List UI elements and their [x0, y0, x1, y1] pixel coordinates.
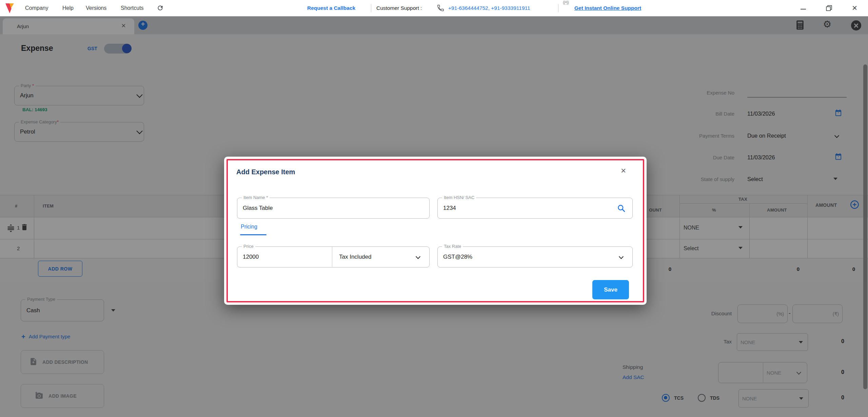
titlebar-divider-2: [558, 4, 558, 12]
vertical-scrollbar[interactable]: [863, 64, 867, 389]
menu-company[interactable]: Company: [25, 0, 48, 16]
highlight-border: [226, 159, 644, 302]
modal-title: Add Expense Item: [236, 168, 295, 176]
live-support-icon: ((•)): [563, 0, 569, 16]
titlebar-divider: [371, 4, 371, 12]
tab-pricing-underline: [240, 234, 267, 235]
add-expense-item-modal: Add Expense Item × Item Name * Glass Tab…: [224, 157, 647, 305]
support-phone-numbers[interactable]: +91-6364444752, +91-9333911911: [448, 0, 530, 16]
item-name-field[interactable]: Item Name * Glass Table: [237, 198, 430, 219]
window-close-button[interactable]: ×: [852, 3, 857, 12]
item-hsn-value: 1234: [443, 205, 456, 212]
title-bar: Company Help Versions Shortcuts Request …: [0, 0, 868, 17]
modal-close-icon[interactable]: ×: [621, 166, 626, 175]
search-icon[interactable]: [617, 204, 626, 214]
tax-rate-field[interactable]: Tax Rate GST@28%: [437, 246, 633, 267]
tax-rate-value: GST@28%: [443, 254, 472, 260]
item-hsn-field[interactable]: Item HSN/ SAC 1234: [437, 198, 633, 219]
price-field-group[interactable]: Price 12000 Tax Included: [237, 246, 430, 267]
menu-help[interactable]: Help: [62, 0, 74, 16]
vyapar-logo: [5, 3, 14, 15]
tax-rate-label: Tax Rate: [442, 244, 463, 249]
price-label: Price: [242, 244, 255, 249]
window-restore-button[interactable]: [826, 5, 832, 13]
chevron-down-icon: [619, 254, 624, 259]
menu-versions[interactable]: Versions: [86, 0, 106, 16]
window-minimize-button[interactable]: [801, 9, 806, 9]
save-button[interactable]: Save: [592, 280, 629, 299]
menu-shortcuts[interactable]: Shortcuts: [121, 0, 144, 16]
app-window: Company Help Versions Shortcuts Request …: [0, 0, 868, 417]
online-support-link[interactable]: Get Instant Online Support: [574, 0, 641, 16]
customer-support-label: Customer Support :: [376, 0, 422, 16]
tab-pricing[interactable]: Pricing: [241, 224, 257, 230]
tax-mode-value[interactable]: Tax Included: [339, 254, 371, 260]
price-value: 12000: [243, 254, 259, 260]
item-hsn-label: Item HSN/ SAC: [442, 195, 476, 200]
chevron-down-icon: [416, 254, 420, 259]
request-callback-link[interactable]: Request a Callback: [307, 0, 355, 16]
item-name-value: Glass Table: [243, 205, 273, 212]
phone-icon: [437, 4, 445, 13]
item-name-label: Item Name *: [242, 195, 270, 200]
refresh-icon[interactable]: [157, 4, 164, 13]
